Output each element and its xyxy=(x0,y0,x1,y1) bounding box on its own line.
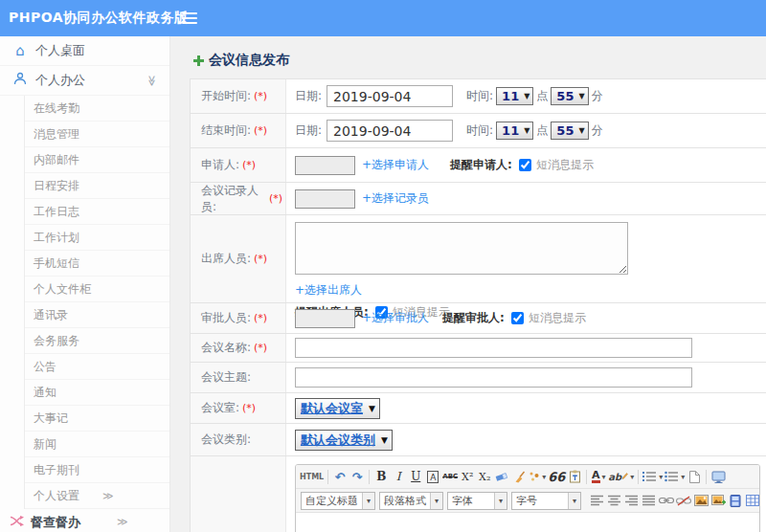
select-applicant-link[interactable]: +选择申请人 xyxy=(362,157,429,173)
media-icon xyxy=(730,495,741,507)
insert-media-button[interactable] xyxy=(728,492,743,510)
caret-down-icon: ▾ xyxy=(602,473,606,481)
bold-button[interactable]: B xyxy=(373,468,389,486)
meeting-room-select[interactable]: 默认会议室 ▼ xyxy=(295,398,380,419)
sidebar-item-personal-cabinet[interactable]: 个人文件柜 xyxy=(25,277,169,302)
superscript-button[interactable]: X² xyxy=(460,468,475,486)
select-arrow-icon: ▼ xyxy=(578,126,584,135)
remove-format-button[interactable] xyxy=(494,468,509,486)
highlight-color-dropdown[interactable]: ab ▾ xyxy=(608,468,634,486)
remove-link-button[interactable] xyxy=(676,492,691,510)
upload-image-button[interactable] xyxy=(710,492,726,510)
meeting-subject-input[interactable] xyxy=(295,367,692,388)
new-page-button[interactable] xyxy=(687,468,702,486)
sidebar-item-message-management[interactable]: 消息管理 xyxy=(25,122,169,147)
sidebar-item-personal-desktop[interactable]: ⌂ 个人桌面 xyxy=(0,36,169,66)
meeting-category-select[interactable]: 默认会议类别 ▼ xyxy=(295,430,393,451)
start-minute-select[interactable]: 55▼ xyxy=(551,87,588,105)
caret-down-icon: ▾ xyxy=(494,493,507,509)
strikethrough-button[interactable]: ABC xyxy=(442,468,458,486)
subscript-button[interactable]: X₂ xyxy=(477,468,492,486)
sidebar-item-internal-mail[interactable]: 内部邮件 xyxy=(25,147,169,173)
paste-text-button[interactable] xyxy=(567,468,582,486)
align-right-button[interactable] xyxy=(624,492,640,510)
align-left-icon xyxy=(591,495,604,506)
caret-down-icon: ▾ xyxy=(630,473,634,481)
font-size-select[interactable]: 字号 ▾ xyxy=(511,492,581,510)
caret-down-icon: ▾ xyxy=(681,473,685,481)
bullet-list-icon xyxy=(665,471,679,482)
form-row-meeting-category: 会议类别: 默认会议类别 ▼ xyxy=(191,424,766,456)
select-approver-link[interactable]: +选择审批人 xyxy=(362,310,429,326)
insert-link-button[interactable] xyxy=(659,492,674,510)
clean-word-button[interactable] xyxy=(511,468,527,486)
sidebar-item-online-attendance[interactable]: 在线考勤 xyxy=(25,96,169,122)
form-row-content-editor: HTML ↶ ↷ B I U A ABC X² X₂ xyxy=(191,456,766,532)
sidebar-item-announcement[interactable]: 公告 xyxy=(25,354,169,380)
align-center-icon xyxy=(608,495,621,506)
approver-input[interactable] xyxy=(295,309,355,328)
meeting-name-input[interactable] xyxy=(295,338,692,358)
editor-content-area[interactable] xyxy=(296,513,759,532)
select-arrow-icon: ▼ xyxy=(381,435,388,445)
select-recorder-link[interactable]: +选择记录员 xyxy=(362,190,429,207)
app-title: PHPOA协同办公软件政务版 xyxy=(0,10,189,27)
paragraph-format-select[interactable]: 段落格式 ▾ xyxy=(379,492,443,510)
sidebar-item-contacts[interactable]: 通讯录 xyxy=(25,302,169,328)
form-row-meeting-room: 会议室:(*) 默认会议室 ▼ xyxy=(191,393,766,424)
insert-table-button[interactable] xyxy=(745,492,760,510)
recorder-input[interactable] xyxy=(295,189,355,209)
end-minute-select[interactable]: 55▼ xyxy=(551,122,588,140)
align-justify-button[interactable] xyxy=(642,492,657,510)
sidebar-item-schedule[interactable]: 日程安排 xyxy=(25,173,169,199)
end-hour-select[interactable]: 11▼ xyxy=(496,122,533,140)
form-row-attendees: 出席人员:(*) +选择出席人 提醒出席人员: 短消息提示 xyxy=(191,215,766,303)
italic-button[interactable]: I xyxy=(391,468,406,486)
sidebar-item-mobile-sms[interactable]: 手机短信 xyxy=(25,251,169,277)
select-attendees-link[interactable]: +选择出席人 xyxy=(295,283,362,297)
quick-format-dropdown[interactable]: ▾ xyxy=(529,468,546,486)
form-row-end-time: 结束时间:(*) 日期: 时间: 11▼ 点 55▼ 分 xyxy=(191,114,766,148)
start-date-input[interactable] xyxy=(327,85,453,107)
menu-icon[interactable] xyxy=(182,12,197,27)
sidebar-item-personal-office[interactable]: 个人办公 ≫ xyxy=(0,66,169,96)
sidebar-item-news[interactable]: 新闻 xyxy=(25,432,169,457)
sidebar-item-work-plan[interactable]: 工作计划 xyxy=(25,225,169,251)
ordered-list-dropdown[interactable]: ▾ xyxy=(642,468,663,486)
sidebar-item-meeting-service[interactable]: 会务服务 xyxy=(25,328,169,354)
html-source-button[interactable]: HTML xyxy=(300,468,324,486)
bullet-list-dropdown[interactable]: ▾ xyxy=(665,468,685,486)
start-hour-select[interactable]: 11▼ xyxy=(496,87,533,105)
approver-sms-checkbox[interactable] xyxy=(511,312,524,324)
undo-icon[interactable]: ↶ xyxy=(332,468,348,486)
font-border-button[interactable]: A xyxy=(427,471,439,483)
redo-icon[interactable]: ↷ xyxy=(349,468,365,486)
main-content: 会议信息发布 开始时间:(*) 日期: 时间: 11▼ 点 55▼ 分 结束时间… xyxy=(170,36,766,532)
editor-toolbar-row1: HTML ↶ ↷ B I U A ABC X² X₂ xyxy=(296,465,759,489)
font-family-select[interactable]: 字体 ▾ xyxy=(447,492,507,510)
select-arrow-icon: ▼ xyxy=(578,92,584,100)
sidebar-item-work-log[interactable]: 工作日志 xyxy=(25,199,169,225)
form-row-start-time: 开始时间:(*) 日期: 时间: 11▼ 点 55▼ 分 xyxy=(191,79,766,114)
attendees-textarea[interactable] xyxy=(295,222,628,275)
align-left-button[interactable] xyxy=(590,492,605,510)
heading-select[interactable]: 自定义标题 ▾ xyxy=(301,492,375,510)
sidebar-item-memorabilia[interactable]: 大事记 xyxy=(25,406,169,432)
eraser-icon xyxy=(495,471,508,482)
form-row-meeting-subject: 会议主题: xyxy=(191,363,766,393)
end-date-input[interactable] xyxy=(327,120,453,142)
insert-image-button[interactable] xyxy=(693,492,709,510)
sidebar-item-e-journal[interactable]: 电子期刊 xyxy=(25,457,169,483)
sidebar-item-personal-settings[interactable]: 个人设置 ≫ xyxy=(25,483,169,509)
fullscreen-button[interactable] xyxy=(710,468,726,486)
applicant-sms-checkbox[interactable] xyxy=(519,159,531,171)
applicant-input[interactable] xyxy=(295,156,355,175)
align-center-button[interactable] xyxy=(607,492,622,510)
sidebar-item-supervision[interactable]: 督查督办 ≫ xyxy=(0,509,169,532)
blockquote-button[interactable]: 66 xyxy=(548,468,565,486)
underline-button[interactable]: U xyxy=(408,468,423,486)
page-title: 会议信息发布 xyxy=(190,45,766,78)
font-color-dropdown[interactable]: A ▾ xyxy=(591,468,606,486)
align-justify-icon xyxy=(642,495,656,506)
sidebar-item-notice[interactable]: 通知 xyxy=(25,380,169,406)
